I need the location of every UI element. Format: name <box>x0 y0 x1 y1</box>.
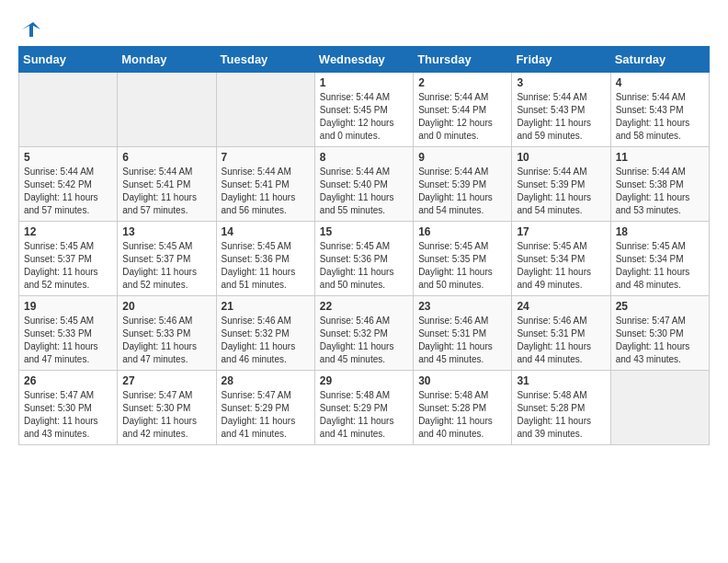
day-info: Sunrise: 5:47 AM Sunset: 5:30 PM Dayligh… <box>616 315 704 366</box>
svg-marker-0 <box>22 22 40 37</box>
day-number: 22 <box>320 300 408 313</box>
day-info: Sunrise: 5:47 AM Sunset: 5:30 PM Dayligh… <box>122 389 210 441</box>
calendar-cell: 7Sunrise: 5:44 AM Sunset: 5:41 PM Daylig… <box>216 147 314 222</box>
day-number: 28 <box>222 374 310 387</box>
calendar-cell <box>118 73 216 147</box>
calendar-table: SundayMondayTuesdayWednesdayThursdayFrid… <box>18 46 710 445</box>
day-info: Sunrise: 5:44 AM Sunset: 5:44 PM Dayligh… <box>418 91 506 143</box>
day-info: Sunrise: 5:44 AM Sunset: 5:40 PM Dayligh… <box>320 166 408 217</box>
calendar-cell: 27Sunrise: 5:47 AM Sunset: 5:30 PM Dayli… <box>118 371 216 445</box>
day-info: Sunrise: 5:45 AM Sunset: 5:34 PM Dayligh… <box>616 240 704 292</box>
calendar-cell: 4Sunrise: 5:44 AM Sunset: 5:43 PM Daylig… <box>610 73 709 147</box>
day-number: 15 <box>320 225 408 238</box>
calendar-cell: 8Sunrise: 5:44 AM Sunset: 5:40 PM Daylig… <box>314 147 413 222</box>
day-info: Sunrise: 5:44 AM Sunset: 5:41 PM Dayligh… <box>222 166 310 217</box>
day-info: Sunrise: 5:44 AM Sunset: 5:43 PM Dayligh… <box>517 91 605 143</box>
day-number: 23 <box>418 300 506 313</box>
day-info: Sunrise: 5:46 AM Sunset: 5:31 PM Dayligh… <box>418 315 506 366</box>
calendar-cell: 19Sunrise: 5:45 AM Sunset: 5:33 PM Dayli… <box>19 296 118 371</box>
weekday-header-monday: Monday <box>118 47 216 73</box>
calendar-cell <box>19 73 118 147</box>
day-info: Sunrise: 5:46 AM Sunset: 5:32 PM Dayligh… <box>320 315 408 366</box>
day-info: Sunrise: 5:48 AM Sunset: 5:28 PM Dayligh… <box>517 389 605 441</box>
day-number: 16 <box>418 225 506 238</box>
day-info: Sunrise: 5:45 AM Sunset: 5:36 PM Dayligh… <box>320 240 408 292</box>
day-number: 7 <box>222 151 310 164</box>
day-number: 21 <box>222 300 310 313</box>
day-info: Sunrise: 5:44 AM Sunset: 5:38 PM Dayligh… <box>616 166 704 217</box>
weekday-header-row: SundayMondayTuesdayWednesdayThursdayFrid… <box>19 47 710 73</box>
day-info: Sunrise: 5:45 AM Sunset: 5:33 PM Dayligh… <box>24 315 112 366</box>
calendar-cell: 2Sunrise: 5:44 AM Sunset: 5:44 PM Daylig… <box>414 73 512 147</box>
day-info: Sunrise: 5:44 AM Sunset: 5:45 PM Dayligh… <box>320 91 408 143</box>
day-number: 4 <box>616 76 704 89</box>
day-number: 31 <box>517 374 605 387</box>
day-info: Sunrise: 5:45 AM Sunset: 5:35 PM Dayligh… <box>418 240 506 292</box>
weekday-header-wednesday: Wednesday <box>314 47 413 73</box>
calendar-cell: 30Sunrise: 5:48 AM Sunset: 5:28 PM Dayli… <box>414 371 512 445</box>
calendar-week-5: 26Sunrise: 5:47 AM Sunset: 5:30 PM Dayli… <box>19 371 710 445</box>
calendar-cell: 18Sunrise: 5:45 AM Sunset: 5:34 PM Dayli… <box>610 222 709 296</box>
day-number: 26 <box>24 374 112 387</box>
weekday-header-saturday: Saturday <box>610 47 709 73</box>
calendar-cell: 22Sunrise: 5:46 AM Sunset: 5:32 PM Dayli… <box>314 296 413 371</box>
calendar-week-4: 19Sunrise: 5:45 AM Sunset: 5:33 PM Dayli… <box>19 296 710 371</box>
calendar-cell: 12Sunrise: 5:45 AM Sunset: 5:37 PM Dayli… <box>19 222 118 296</box>
calendar-cell: 9Sunrise: 5:44 AM Sunset: 5:39 PM Daylig… <box>414 147 512 222</box>
day-info: Sunrise: 5:46 AM Sunset: 5:33 PM Dayligh… <box>122 315 210 366</box>
logo <box>18 18 42 37</box>
day-number: 25 <box>616 300 704 313</box>
calendar-cell: 1Sunrise: 5:44 AM Sunset: 5:45 PM Daylig… <box>314 73 413 147</box>
day-info: Sunrise: 5:44 AM Sunset: 5:42 PM Dayligh… <box>24 166 112 217</box>
day-number: 3 <box>517 76 605 89</box>
page-header <box>18 18 710 37</box>
calendar-cell: 14Sunrise: 5:45 AM Sunset: 5:36 PM Dayli… <box>216 222 314 296</box>
day-number: 9 <box>418 151 506 164</box>
day-number: 11 <box>616 151 704 164</box>
calendar-cell: 11Sunrise: 5:44 AM Sunset: 5:38 PM Dayli… <box>610 147 709 222</box>
calendar-cell: 28Sunrise: 5:47 AM Sunset: 5:29 PM Dayli… <box>216 371 314 445</box>
calendar-cell: 25Sunrise: 5:47 AM Sunset: 5:30 PM Dayli… <box>610 296 709 371</box>
day-number: 13 <box>122 225 210 238</box>
day-number: 12 <box>24 225 112 238</box>
day-info: Sunrise: 5:45 AM Sunset: 5:34 PM Dayligh… <box>517 240 605 292</box>
calendar-cell: 29Sunrise: 5:48 AM Sunset: 5:29 PM Dayli… <box>314 371 413 445</box>
calendar-cell: 21Sunrise: 5:46 AM Sunset: 5:32 PM Dayli… <box>216 296 314 371</box>
day-number: 20 <box>122 300 210 313</box>
day-number: 1 <box>320 76 408 89</box>
calendar-cell: 5Sunrise: 5:44 AM Sunset: 5:42 PM Daylig… <box>19 147 118 222</box>
day-info: Sunrise: 5:47 AM Sunset: 5:30 PM Dayligh… <box>24 389 112 441</box>
day-info: Sunrise: 5:44 AM Sunset: 5:41 PM Dayligh… <box>122 166 210 217</box>
day-info: Sunrise: 5:48 AM Sunset: 5:28 PM Dayligh… <box>418 389 506 441</box>
calendar-cell <box>610 371 709 445</box>
calendar-week-2: 5Sunrise: 5:44 AM Sunset: 5:42 PM Daylig… <box>19 147 710 222</box>
day-info: Sunrise: 5:44 AM Sunset: 5:39 PM Dayligh… <box>517 166 605 217</box>
day-number: 5 <box>24 151 112 164</box>
calendar-week-3: 12Sunrise: 5:45 AM Sunset: 5:37 PM Dayli… <box>19 222 710 296</box>
day-number: 30 <box>418 374 506 387</box>
calendar-cell: 23Sunrise: 5:46 AM Sunset: 5:31 PM Dayli… <box>414 296 512 371</box>
day-number: 18 <box>616 225 704 238</box>
weekday-header-sunday: Sunday <box>19 47 118 73</box>
calendar-cell: 3Sunrise: 5:44 AM Sunset: 5:43 PM Daylig… <box>512 73 610 147</box>
weekday-header-tuesday: Tuesday <box>216 47 314 73</box>
weekday-header-friday: Friday <box>512 47 610 73</box>
weekday-header-thursday: Thursday <box>414 47 512 73</box>
day-number: 14 <box>222 225 310 238</box>
calendar-week-1: 1Sunrise: 5:44 AM Sunset: 5:45 PM Daylig… <box>19 73 710 147</box>
day-info: Sunrise: 5:44 AM Sunset: 5:39 PM Dayligh… <box>418 166 506 217</box>
calendar-cell: 26Sunrise: 5:47 AM Sunset: 5:30 PM Dayli… <box>19 371 118 445</box>
day-number: 8 <box>320 151 408 164</box>
calendar-cell: 24Sunrise: 5:46 AM Sunset: 5:31 PM Dayli… <box>512 296 610 371</box>
calendar-cell: 13Sunrise: 5:45 AM Sunset: 5:37 PM Dayli… <box>118 222 216 296</box>
day-info: Sunrise: 5:45 AM Sunset: 5:37 PM Dayligh… <box>24 240 112 292</box>
calendar-cell: 10Sunrise: 5:44 AM Sunset: 5:39 PM Dayli… <box>512 147 610 222</box>
day-info: Sunrise: 5:45 AM Sunset: 5:37 PM Dayligh… <box>122 240 210 292</box>
calendar-cell: 16Sunrise: 5:45 AM Sunset: 5:35 PM Dayli… <box>414 222 512 296</box>
logo-icon <box>20 18 42 40</box>
day-number: 29 <box>320 374 408 387</box>
day-number: 10 <box>517 151 605 164</box>
day-number: 6 <box>122 151 210 164</box>
day-number: 24 <box>517 300 605 313</box>
day-info: Sunrise: 5:47 AM Sunset: 5:29 PM Dayligh… <box>222 389 310 441</box>
